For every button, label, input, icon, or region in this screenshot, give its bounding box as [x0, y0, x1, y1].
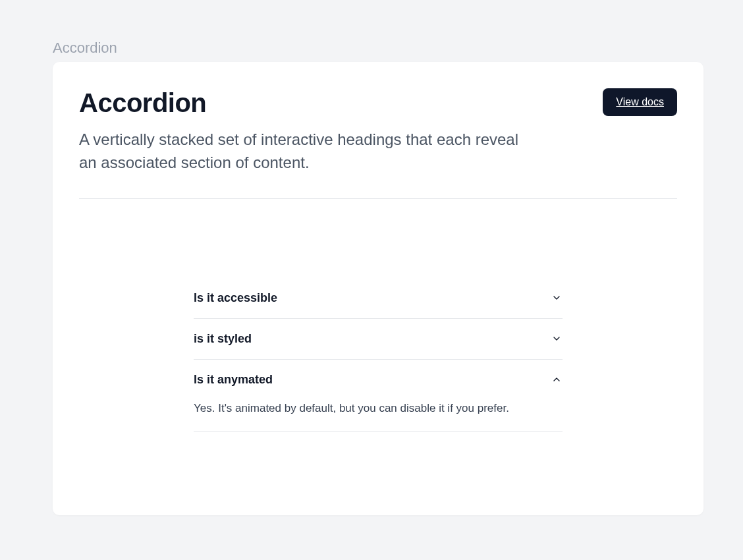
divider	[79, 198, 677, 199]
page-description: A vertically stacked set of interactive …	[79, 128, 527, 175]
accordion-trigger-accessible[interactable]: Is it accessible	[194, 278, 563, 318]
accordion-trigger-styled[interactable]: is it styled	[194, 319, 563, 359]
accordion-item-content: Yes. It's animated by default, but you c…	[194, 400, 563, 432]
chevron-up-icon	[551, 374, 563, 385]
accordion: Is it accessible is it styled Is it anym…	[194, 278, 563, 432]
accordion-item: is it styled	[194, 319, 563, 360]
accordion-trigger-animated[interactable]: Is it anymated	[194, 360, 563, 400]
chevron-down-icon	[551, 333, 563, 345]
accordion-item: Is it anymated Yes. It's animated by def…	[194, 360, 563, 432]
accordion-item-title: Is it accessible	[194, 291, 277, 305]
page-title: Accordion	[79, 88, 527, 118]
accordion-item-title: Is it anymated	[194, 373, 273, 387]
accordion-item: Is it accessible	[194, 278, 563, 319]
view-docs-button[interactable]: View docs	[603, 88, 677, 116]
chevron-down-icon	[551, 292, 563, 304]
content-card: Accordion A vertically stacked set of in…	[53, 62, 703, 515]
accordion-item-title: is it styled	[194, 332, 252, 346]
breadcrumb: Accordion	[53, 40, 703, 57]
